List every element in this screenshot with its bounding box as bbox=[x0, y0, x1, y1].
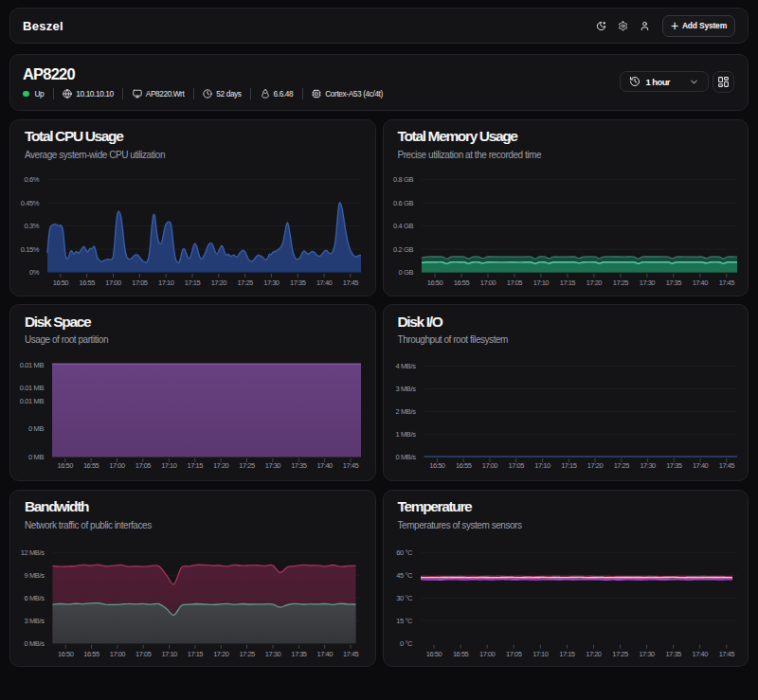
svg-text:16:55: 16:55 bbox=[453, 278, 469, 286]
svg-text:17:30: 17:30 bbox=[639, 278, 655, 286]
svg-text:16:50: 16:50 bbox=[53, 278, 69, 286]
svg-text:17:20: 17:20 bbox=[586, 278, 602, 286]
svg-text:17:40: 17:40 bbox=[692, 649, 708, 657]
svg-text:1 MB/s: 1 MB/s bbox=[395, 430, 416, 439]
svg-text:17:35: 17:35 bbox=[291, 461, 307, 470]
svg-text:17:00: 17:00 bbox=[105, 278, 121, 286]
svg-text:17:05: 17:05 bbox=[506, 278, 522, 286]
svg-text:17:15: 17:15 bbox=[561, 462, 577, 471]
svg-text:2 MB/s: 2 MB/s bbox=[395, 407, 416, 416]
svg-text:17:05: 17:05 bbox=[135, 461, 152, 470]
svg-text:0 MB: 0 MB bbox=[28, 424, 44, 433]
svg-text:0.4 GB: 0.4 GB bbox=[393, 222, 413, 230]
svg-text:17:25: 17:25 bbox=[237, 278, 253, 286]
svg-text:17:30: 17:30 bbox=[639, 649, 655, 657]
svg-text:17:25: 17:25 bbox=[612, 649, 628, 657]
svg-text:0 MB: 0 MB bbox=[28, 453, 44, 461]
svg-text:17:00: 17:00 bbox=[110, 649, 126, 657]
svg-text:17:00: 17:00 bbox=[109, 461, 125, 470]
svg-text:17:05: 17:05 bbox=[135, 649, 152, 657]
svg-text:16:55: 16:55 bbox=[83, 649, 99, 657]
svg-text:16:55: 16:55 bbox=[456, 462, 472, 471]
svg-text:0 GB: 0 GB bbox=[398, 268, 413, 277]
svg-text:17:20: 17:20 bbox=[586, 649, 602, 657]
svg-text:17:15: 17:15 bbox=[559, 649, 575, 657]
svg-text:17:25: 17:25 bbox=[612, 278, 628, 286]
svg-text:0%: 0% bbox=[29, 268, 40, 277]
svg-text:17:15: 17:15 bbox=[188, 461, 204, 470]
svg-text:16:50: 16:50 bbox=[58, 461, 74, 470]
svg-text:17:35: 17:35 bbox=[665, 649, 681, 657]
svg-text:17:35: 17:35 bbox=[291, 649, 307, 657]
svg-text:17:00: 17:00 bbox=[479, 278, 496, 286]
svg-text:17:25: 17:25 bbox=[239, 461, 255, 470]
svg-text:17:10: 17:10 bbox=[534, 462, 550, 471]
svg-text:17:35: 17:35 bbox=[666, 462, 682, 471]
svg-text:17:40: 17:40 bbox=[316, 278, 333, 286]
svg-text:0 MB/s: 0 MB/s bbox=[395, 453, 416, 461]
svg-text:16:50: 16:50 bbox=[58, 649, 74, 657]
svg-text:17:30: 17:30 bbox=[265, 461, 281, 470]
svg-text:17:40: 17:40 bbox=[316, 461, 333, 470]
svg-text:0.01 MB: 0.01 MB bbox=[20, 384, 45, 392]
svg-text:0 MB/s: 0 MB/s bbox=[25, 639, 45, 648]
svg-text:16:55: 16:55 bbox=[452, 649, 468, 657]
svg-text:17:35: 17:35 bbox=[665, 278, 681, 286]
svg-text:0.8 GB: 0.8 GB bbox=[393, 175, 413, 184]
svg-text:0.6%: 0.6% bbox=[25, 175, 40, 184]
svg-text:3 MB/s: 3 MB/s bbox=[25, 617, 45, 625]
svg-text:17:10: 17:10 bbox=[161, 461, 177, 470]
svg-text:17:30: 17:30 bbox=[640, 462, 656, 471]
svg-text:0 °C: 0 °C bbox=[399, 639, 412, 648]
svg-text:17:45: 17:45 bbox=[343, 278, 359, 286]
svg-text:0.45%: 0.45% bbox=[21, 198, 40, 206]
svg-text:17:10: 17:10 bbox=[158, 278, 174, 286]
svg-text:17:30: 17:30 bbox=[265, 649, 281, 657]
svg-text:17:30: 17:30 bbox=[263, 278, 280, 286]
svg-text:17:20: 17:20 bbox=[213, 649, 229, 657]
svg-text:6 MB/s: 6 MB/s bbox=[25, 594, 45, 602]
svg-text:0.2 GB: 0.2 GB bbox=[393, 244, 413, 253]
svg-text:17:35: 17:35 bbox=[290, 278, 306, 286]
svg-text:17:20: 17:20 bbox=[213, 461, 229, 470]
svg-text:17:40: 17:40 bbox=[692, 278, 708, 286]
svg-text:17:00: 17:00 bbox=[481, 462, 497, 471]
svg-text:16:50: 16:50 bbox=[426, 278, 442, 286]
svg-text:17:20: 17:20 bbox=[211, 278, 227, 286]
svg-text:17:10: 17:10 bbox=[161, 649, 177, 657]
svg-text:17:10: 17:10 bbox=[532, 649, 549, 657]
svg-text:17:00: 17:00 bbox=[479, 649, 496, 657]
svg-text:17:25: 17:25 bbox=[239, 649, 255, 657]
svg-text:4 MB/s: 4 MB/s bbox=[395, 362, 416, 370]
svg-text:17:45: 17:45 bbox=[343, 649, 359, 657]
svg-text:0.3%: 0.3% bbox=[25, 222, 40, 230]
svg-text:30 °C: 30 °C bbox=[396, 594, 413, 602]
svg-text:17:40: 17:40 bbox=[692, 462, 708, 471]
svg-text:16:50: 16:50 bbox=[425, 649, 442, 657]
svg-text:16:50: 16:50 bbox=[429, 462, 445, 471]
svg-text:12 MB/s: 12 MB/s bbox=[21, 548, 45, 557]
svg-text:17:45: 17:45 bbox=[718, 649, 734, 657]
svg-text:17:15: 17:15 bbox=[188, 649, 204, 657]
svg-text:9 MB/s: 9 MB/s bbox=[25, 571, 45, 580]
svg-text:17:05: 17:05 bbox=[506, 649, 522, 657]
svg-text:16:55: 16:55 bbox=[80, 278, 96, 286]
svg-text:17:20: 17:20 bbox=[587, 462, 603, 471]
svg-text:17:15: 17:15 bbox=[185, 278, 201, 286]
svg-text:17:15: 17:15 bbox=[559, 278, 575, 286]
svg-text:17:45: 17:45 bbox=[343, 461, 359, 470]
svg-text:0.15%: 0.15% bbox=[21, 244, 40, 253]
svg-text:17:45: 17:45 bbox=[718, 462, 734, 471]
svg-text:17:10: 17:10 bbox=[532, 278, 549, 286]
svg-text:60 °C: 60 °C bbox=[396, 548, 413, 557]
svg-text:17:45: 17:45 bbox=[718, 278, 734, 286]
svg-text:3 MB/s: 3 MB/s bbox=[395, 385, 416, 393]
svg-text:17:05: 17:05 bbox=[132, 278, 148, 286]
svg-text:0.6 GB: 0.6 GB bbox=[393, 198, 413, 206]
svg-text:17:05: 17:05 bbox=[508, 462, 524, 471]
svg-text:15 °C: 15 °C bbox=[396, 617, 413, 625]
svg-text:0.01 MB: 0.01 MB bbox=[20, 361, 45, 369]
svg-text:16:55: 16:55 bbox=[83, 461, 99, 470]
svg-text:0.01 MB: 0.01 MB bbox=[20, 397, 45, 405]
svg-text:17:25: 17:25 bbox=[613, 462, 629, 471]
